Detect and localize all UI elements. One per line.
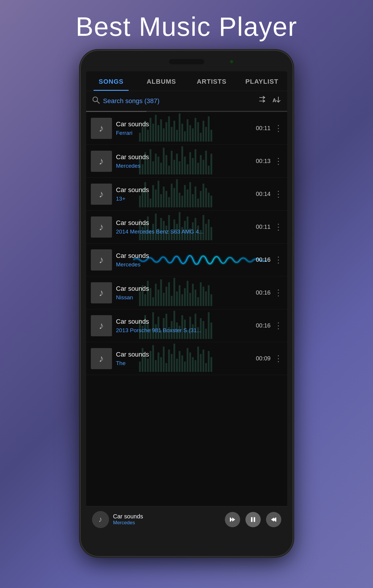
svg-rect-6 bbox=[251, 517, 252, 522]
song-info: Car sounds 2014 Mercedes Benz S63 AMG 4.… bbox=[112, 219, 256, 235]
song-thumbnail: ♪ bbox=[91, 216, 112, 238]
music-note-icon: ♪ bbox=[99, 353, 104, 364]
song-duration: 00:11 bbox=[256, 224, 270, 230]
list-item[interactable]: ♪ Car sounds Ferrari 00:11 ⋮ bbox=[86, 112, 287, 145]
svg-marker-10 bbox=[271, 518, 274, 522]
phone-speaker bbox=[169, 59, 204, 64]
phone-camera bbox=[230, 60, 234, 64]
tab-songs[interactable]: SONGS bbox=[86, 71, 136, 91]
list-item[interactable]: ♪ Car sounds Nissan 00:16 ⋮ bbox=[86, 276, 287, 309]
more-options-button[interactable]: ⋮ bbox=[274, 222, 282, 232]
song-thumbnail: ♪ bbox=[91, 151, 112, 172]
song-artist: 13+ bbox=[116, 196, 252, 202]
song-artist: 2013 Porsche 981 Boxster S (31... bbox=[116, 327, 252, 334]
music-note-icon: ♪ bbox=[99, 287, 104, 298]
music-note-icon: ♪ bbox=[99, 188, 104, 200]
song-duration: 00:09 bbox=[256, 355, 270, 362]
song-info: Car sounds The bbox=[112, 351, 256, 367]
song-info: Car sounds Ferrari bbox=[112, 120, 256, 136]
svg-rect-4 bbox=[230, 518, 231, 522]
song-list: ♪ Car sounds Ferrari 00:11 ⋮ ♪ bbox=[86, 112, 287, 506]
sort-button[interactable]: A bbox=[272, 96, 281, 106]
song-title: Car sounds bbox=[116, 252, 252, 260]
pause-button[interactable] bbox=[245, 512, 261, 527]
more-options-button[interactable]: ⋮ bbox=[274, 321, 282, 330]
music-note-icon: ♪ bbox=[99, 254, 104, 266]
list-item[interactable]: ♪ Car sounds 2014 Mercedes Benz S63 AMG … bbox=[86, 211, 287, 243]
phone-wrapper: SONGS ALBUMS ARTISTS PLAYLIST Search son… bbox=[81, 51, 292, 556]
more-options-button[interactable]: ⋮ bbox=[274, 288, 282, 298]
player-controls bbox=[225, 512, 281, 527]
song-title: Car sounds bbox=[116, 120, 252, 128]
song-artist: Mercedes bbox=[116, 163, 252, 169]
music-note-icon: ♪ bbox=[99, 221, 104, 233]
music-note-icon: ♪ bbox=[99, 320, 104, 331]
song-duration: 00:11 bbox=[256, 125, 270, 132]
player-info: Car sounds Mercedes bbox=[109, 513, 225, 526]
page-title: Best Music Player bbox=[76, 12, 297, 42]
player-music-note-icon: ♪ bbox=[98, 515, 102, 524]
svg-line-1 bbox=[97, 101, 99, 103]
song-info: Car sounds Nissan bbox=[112, 285, 256, 301]
next-button[interactable] bbox=[266, 512, 281, 527]
music-note-icon: ♪ bbox=[99, 155, 104, 167]
search-actions: A bbox=[259, 96, 281, 106]
list-item[interactable]: ♪ Car sounds 13+ 00:14 ⋮ bbox=[86, 178, 287, 211]
song-title: Car sounds bbox=[116, 351, 252, 358]
svg-marker-5 bbox=[232, 518, 235, 522]
more-options-button[interactable]: ⋮ bbox=[274, 156, 282, 166]
more-options-button[interactable]: ⋮ bbox=[274, 123, 282, 133]
song-artist: 2014 Mercedes Benz S63 AMG 4... bbox=[116, 229, 252, 235]
song-title: Car sounds bbox=[116, 186, 252, 194]
prev-button[interactable] bbox=[225, 512, 240, 527]
song-title: Car sounds bbox=[116, 318, 252, 325]
more-options-button[interactable]: ⋮ bbox=[274, 255, 282, 265]
song-artist: The bbox=[116, 360, 252, 367]
svg-rect-9 bbox=[275, 518, 276, 522]
search-icon bbox=[92, 96, 100, 106]
search-bar: Search songs (387) A bbox=[86, 91, 287, 111]
song-artist: Mercedes bbox=[116, 261, 252, 268]
more-options-button[interactable]: ⋮ bbox=[274, 189, 282, 199]
song-duration: 00:14 bbox=[256, 191, 270, 197]
list-item[interactable]: ♪ Car sounds Mercedes 00:13 ⋮ bbox=[86, 145, 287, 178]
song-artist: Ferrari bbox=[116, 130, 252, 136]
song-title: Car sounds bbox=[116, 219, 252, 227]
phone-frame: SONGS ALBUMS ARTISTS PLAYLIST Search son… bbox=[81, 51, 292, 556]
song-title: Car sounds bbox=[116, 285, 252, 293]
song-duration: 00:16 bbox=[256, 322, 270, 329]
song-thumbnail: ♪ bbox=[91, 184, 112, 205]
tab-artists[interactable]: ARTISTS bbox=[187, 71, 237, 91]
list-item[interactable]: ♪ bbox=[86, 243, 287, 276]
song-info: Car sounds 13+ bbox=[112, 186, 256, 202]
list-item[interactable]: ♪ Car sounds The 00:09 ⋮ bbox=[86, 342, 287, 375]
more-options-button[interactable]: ⋮ bbox=[274, 354, 282, 363]
song-thumbnail: ♪ bbox=[91, 282, 112, 303]
search-input[interactable]: Search songs (387) bbox=[103, 97, 259, 105]
song-artist: Nissan bbox=[116, 294, 252, 301]
song-title: Car sounds bbox=[116, 153, 252, 161]
song-thumbnail: ♪ bbox=[91, 315, 112, 336]
song-info: Car sounds 2013 Porsche 981 Boxster S (3… bbox=[112, 318, 256, 334]
svg-text:A: A bbox=[272, 98, 276, 103]
music-note-icon: ♪ bbox=[99, 122, 104, 134]
bottom-player: ♪ Car sounds Mercedes bbox=[86, 506, 287, 532]
list-item[interactable]: ♪ Car sounds 2013 Porsche 981 Boxster S … bbox=[86, 309, 287, 342]
song-duration: 00:16 bbox=[256, 289, 270, 296]
tab-bar: SONGS ALBUMS ARTISTS PLAYLIST bbox=[86, 71, 287, 91]
player-title: Car sounds bbox=[113, 513, 221, 520]
svg-rect-7 bbox=[254, 517, 255, 522]
tab-playlist[interactable]: PLAYLIST bbox=[237, 71, 287, 91]
song-thumbnail: ♪ bbox=[91, 118, 112, 139]
song-thumbnail: ♪ bbox=[91, 249, 112, 271]
song-info: Car sounds Mercedes bbox=[112, 252, 256, 268]
song-info: Car sounds Mercedes bbox=[112, 153, 256, 169]
song-thumbnail: ♪ bbox=[91, 348, 112, 369]
tab-albums[interactable]: ALBUMS bbox=[136, 71, 187, 91]
shuffle-button[interactable] bbox=[259, 96, 268, 106]
player-artist: Mercedes bbox=[113, 520, 221, 526]
song-duration: 00:16 bbox=[256, 256, 270, 263]
song-duration: 00:13 bbox=[256, 158, 270, 164]
player-thumbnail: ♪ bbox=[92, 511, 109, 528]
phone-screen: SONGS ALBUMS ARTISTS PLAYLIST Search son… bbox=[86, 71, 287, 532]
